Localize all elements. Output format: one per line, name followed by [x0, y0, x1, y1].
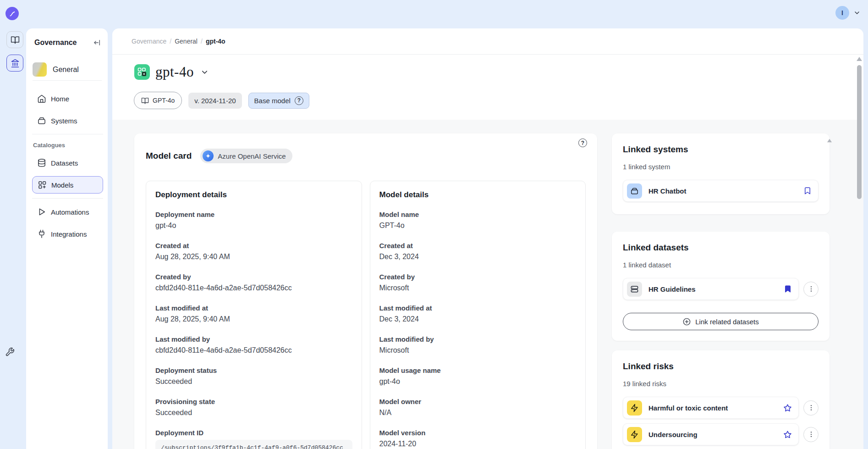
tools-button[interactable] — [5, 347, 15, 357]
sidebar-item-automations[interactable]: Automations — [32, 203, 103, 221]
field-model-name: Model name GPT-4o — [379, 211, 577, 230]
models-grid-plus-icon — [38, 180, 47, 189]
star-icon[interactable] — [783, 404, 792, 412]
link-related-datasets-button[interactable]: Link related datasets — [623, 313, 819, 330]
main-panel: Governance / General / gpt-4o gpt-4o — [112, 28, 863, 449]
plug-icon — [37, 229, 46, 238]
page-title: gpt-4o — [155, 64, 194, 80]
linked-system-row[interactable]: HR Chatbot — [623, 180, 819, 202]
title-chevron-down-icon[interactable] — [200, 68, 209, 77]
link-related-datasets-label: Link related datasets — [695, 318, 758, 326]
rail-library-button[interactable] — [6, 31, 23, 48]
systems-box-icon — [37, 116, 46, 125]
user-menu[interactable]: I — [835, 6, 861, 20]
sidebar-item-home[interactable]: Home — [32, 90, 103, 107]
rail-governance-button[interactable] — [6, 55, 23, 72]
star-icon[interactable] — [783, 430, 792, 439]
field-model-version: Model version 2024-11-20 — [379, 429, 577, 448]
system-box-icon — [627, 183, 642, 199]
linked-risks-panel: Linked risks 19 linked risks Harmful or … — [612, 350, 830, 449]
sidebar-section-label: Catalogues — [33, 142, 103, 149]
field-last-modified-by: Last modified by cbfd2d40-811e-4a6d-a2ae… — [155, 335, 352, 355]
field-provisioning-state: Provisioning state Succeeded — [155, 398, 352, 417]
column-scroll-up-icon[interactable] — [827, 139, 832, 143]
deployment-details-title: Deployment details — [155, 190, 352, 200]
linked-risk-name: Harmful or toxic content — [648, 404, 728, 412]
database-icon — [37, 158, 46, 167]
type-badge-label: Base model — [254, 97, 291, 105]
field-deployment-name: Deployment name gpt-4o — [155, 211, 352, 230]
home-icon — [37, 94, 46, 103]
linked-risk-row[interactable]: Harmful or toxic content — [623, 397, 799, 419]
sidebar-item-label: Datasets — [51, 159, 78, 167]
linked-dataset-name: HR Guidelines — [648, 285, 696, 293]
workspace-avatar — [33, 62, 47, 77]
sidebar-item-datasets[interactable]: Datasets — [32, 154, 103, 172]
app-logo[interactable] — [5, 7, 19, 20]
breadcrumb-general[interactable]: General — [175, 38, 198, 45]
breadcrumb-current: gpt-4o — [206, 38, 225, 45]
breadcrumb-separator: / — [170, 38, 171, 45]
sidebar-item-label: Home — [51, 95, 69, 103]
linked-risk-row[interactable]: Undersourcing — [623, 423, 799, 445]
avatar[interactable]: I — [835, 6, 849, 20]
plus-circle-icon — [682, 317, 691, 326]
field-model-owner: Model owner N/A — [379, 398, 577, 417]
field-created-by: Created by cbfd2d40-811e-4a6d-a2ae-5d7d0… — [155, 273, 352, 292]
azure-openai-icon — [203, 150, 214, 161]
linked-risk-name: Undersourcing — [648, 431, 698, 438]
field-model-usage-name: Model usage name gpt-4o — [379, 366, 577, 386]
scrollbar-thumb[interactable] — [857, 65, 862, 199]
zap-icon — [627, 400, 642, 416]
kebab-menu-icon[interactable] — [803, 282, 819, 297]
kebab-menu-icon[interactable] — [803, 427, 819, 442]
bookmark-filled-icon[interactable] — [784, 285, 792, 293]
model-sparkle-icon — [134, 64, 150, 80]
sidebar-item-label: Models — [51, 181, 73, 189]
book-open-icon — [11, 35, 20, 44]
sidebar-item-label: Integrations — [51, 230, 87, 238]
help-circle-icon[interactable]: ? — [578, 139, 587, 147]
sidebar-title: Governance — [34, 39, 77, 47]
scrollbar[interactable] — [856, 57, 862, 199]
scroll-up-icon[interactable] — [857, 57, 862, 61]
field-last-modified-by: Last modified by Microsoft — [379, 335, 577, 355]
workspace-name: General — [53, 66, 79, 74]
logo-s-icon — [8, 9, 17, 18]
linked-system-name: HR Chatbot — [648, 187, 687, 195]
wrench-icon — [5, 347, 15, 357]
workspace-switcher[interactable]: General — [33, 62, 102, 81]
provider-badge-label: Azure OpenAI Service — [218, 152, 286, 160]
sidebar-item-systems[interactable]: Systems — [32, 112, 103, 129]
zap-icon — [627, 427, 642, 442]
model-card-title: Model card — [146, 151, 192, 161]
sidebar-item-models[interactable]: Models — [32, 176, 103, 194]
sidebar: Governance General Home Systems — [26, 28, 108, 449]
help-circle-icon[interactable]: ? — [295, 96, 303, 105]
play-icon — [37, 207, 46, 216]
sidebar-item-integrations[interactable]: Integrations — [32, 225, 103, 243]
linked-systems-panel: Linked systems 1 linked system HR Chatbo… — [612, 133, 830, 214]
content-area: Model card Azure OpenAI Service ? Deploy… — [112, 120, 863, 449]
linked-dataset-row[interactable]: HR Guidelines — [623, 278, 799, 300]
linked-systems-count: 1 linked system — [623, 163, 819, 171]
field-created-at: Created at Aug 28, 2025, 9:40 AM — [155, 242, 352, 261]
model-card-panel: Model card Azure OpenAI Service ? Deploy… — [134, 133, 597, 449]
field-deployment-id: Deployment ID /subscriptions/3f9ffa1b-4c… — [155, 429, 352, 449]
deployment-id-code: /subscriptions/3f9ffa1b-4c1f-4af9-a0f6-5… — [155, 440, 352, 449]
divider — [32, 134, 103, 134]
kebab-menu-icon[interactable] — [803, 400, 819, 416]
bookmark-icon[interactable] — [803, 187, 812, 195]
collapse-sidebar-icon[interactable] — [93, 39, 101, 47]
field-created-by: Created by Microsoft — [379, 273, 577, 292]
breadcrumb-governance[interactable]: Governance — [132, 38, 166, 45]
page-header: gpt-4o GPT-4o v. 2024-11-20 Base model ? — [112, 55, 863, 119]
chevron-down-icon — [853, 9, 861, 17]
model-family-badge[interactable]: GPT-4o — [134, 92, 182, 109]
model-family-badge-label: GPT-4o — [153, 97, 175, 104]
open-book-icon — [141, 97, 149, 105]
version-badge: v. 2024-11-20 — [188, 93, 242, 109]
type-badge: Base model ? — [248, 93, 309, 109]
breadcrumb-separator: / — [201, 38, 203, 45]
linked-datasets-title: Linked datasets — [623, 243, 819, 253]
